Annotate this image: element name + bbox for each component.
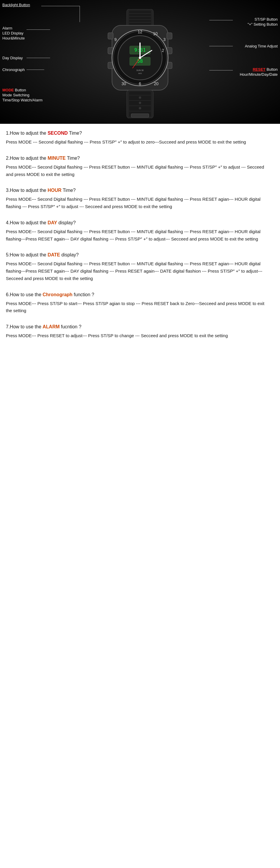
label-analog-adjust: Analog Time Adjust: [245, 43, 278, 49]
line-reset: [209, 70, 233, 70]
svg-text:2: 2: [162, 48, 164, 53]
instruction-7-body: Press MODE--- Press RESET to adjust--- P…: [6, 332, 271, 340]
instruction-7: 7.How to use the ALARM fucntion ? Press …: [6, 323, 271, 340]
label-chronograph: Chronograph: [2, 67, 25, 72]
watch-image: 12 3 6 9 10 2 30 20 9:31 58: [97, 9, 183, 119]
svg-text:SUN 30: SUN 30: [136, 69, 144, 71]
label-day-display: Day Display: [2, 55, 23, 61]
instruction-7-title: 7.How to use the ALARM fucntion ?: [6, 323, 271, 331]
label-stsp-button: ST/SP Button"+" Setting Button: [248, 17, 278, 27]
instructions-section: 1.How to adjust the SECOND Time? Press M…: [0, 124, 280, 357]
svg-point-36: [139, 96, 141, 99]
svg-point-38: [139, 107, 141, 110]
instruction-4-title: 4.How to adjust the DAY display?: [6, 219, 271, 226]
instruction-5-body: Press MODE--- Second Digital flashing --…: [6, 260, 271, 282]
svg-rect-43: [131, 114, 149, 117]
instruction-3: 3.How to adjust the HOUR Time? Press MOD…: [6, 187, 271, 211]
svg-text:58: 58: [137, 58, 143, 64]
instruction-6: 6.How to use the Chronograph function ? …: [6, 291, 271, 315]
svg-rect-1: [129, 10, 151, 25]
svg-rect-7: [108, 33, 113, 39]
svg-text:9: 9: [114, 37, 117, 42]
instruction-2: 2.How to adjust the MINUTE Time? Press M…: [6, 155, 271, 178]
svg-text:AVO: AVO: [138, 72, 142, 74]
instruction-4-body: Press MODE--- Second Digital flashing --…: [6, 228, 271, 243]
instruction-2-title: 2.How to adjust the MINUTE Time?: [6, 155, 271, 162]
svg-text:3: 3: [163, 37, 166, 42]
svg-text:20: 20: [154, 81, 159, 86]
instruction-5-title: 5:How to adjust the DATE display?: [6, 251, 271, 258]
svg-text:30: 30: [121, 81, 126, 86]
line-day: [27, 58, 50, 58]
svg-text:6: 6: [139, 81, 141, 86]
svg-point-37: [139, 102, 141, 104]
line-stsp: [209, 20, 233, 20]
label-alarm-led: AlarmLED DisplayHour&Minute: [2, 26, 25, 41]
svg-text:10: 10: [153, 31, 158, 36]
instruction-3-body: Press MODE--- Second Digital flashing --…: [6, 196, 271, 211]
label-reset-button: RESET ButtonHour/Minute/Day/Date: [240, 67, 278, 77]
instruction-3-title: 3.How to adjust the HOUR Time?: [6, 187, 271, 194]
svg-text:12: 12: [138, 29, 142, 34]
line-backlight-v: [80, 6, 80, 22]
instruction-2-body: Press MODE--- Second Digital flashing --…: [6, 163, 271, 178]
line-alarm: [27, 29, 50, 30]
svg-rect-35: [129, 92, 151, 117]
instruction-1-body: Press MODE --- Second digital flashing -…: [6, 138, 271, 146]
label-backlight-button: Backlight Button: [2, 2, 30, 8]
line-backlight: [41, 6, 80, 6]
instruction-4: 4.How to adjust the DAY display? Press M…: [6, 219, 271, 243]
instruction-5: 5:How to adjust the DATE display? Press …: [6, 251, 271, 282]
instruction-6-title: 6.How to use the Chronograph function ?: [6, 291, 271, 298]
line-analog: [209, 46, 233, 46]
instruction-6-body: Press MODE--- Press ST/SP to start--- Pr…: [6, 300, 271, 315]
label-mode-button: MODE ButtonMode SwitchingTime/Stop Watch…: [2, 88, 42, 103]
watch-diagram: 12 3 6 9 10 2 30 20 9:31 58: [0, 0, 280, 124]
instruction-1-title: 1.How to adjust the SECOND Time?: [6, 130, 271, 137]
line-chrono: [27, 69, 44, 70]
svg-rect-10: [167, 33, 172, 39]
instruction-1: 1.How to adjust the SECOND Time? Press M…: [6, 130, 271, 146]
svg-point-31: [139, 57, 141, 59]
